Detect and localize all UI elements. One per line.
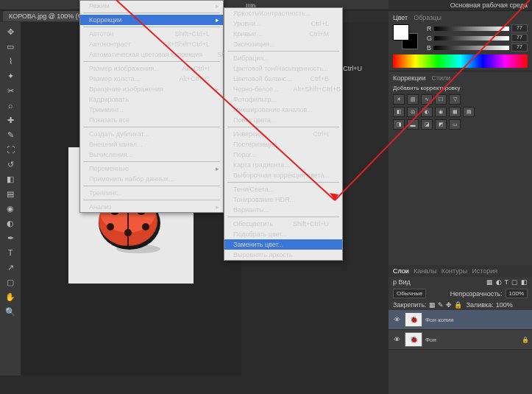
marquee-tool-icon[interactable]: ▭ (3, 40, 18, 53)
color-swatches[interactable] (393, 24, 422, 54)
menu-autocolor[interactable]: Автоматическая цветовая коррекцияShift+C… (80, 49, 223, 60)
layer-thumb[interactable]: 🐞 (405, 332, 422, 347)
blend-mode-select[interactable]: Обычные (393, 289, 426, 298)
layer-row[interactable]: 👁 🐞 Фон копия (389, 310, 532, 330)
zoom-tool-icon[interactable]: 🔍 (3, 305, 18, 318)
workspace-label[interactable]: Основная рабочая среда (389, 0, 532, 10)
visibility-icon[interactable]: 👁 (391, 334, 402, 345)
filter-smart-icon[interactable]: ◧ (521, 278, 528, 286)
adj-invert-icon[interactable]: ◨ (393, 119, 405, 130)
menu-posterize[interactable]: Постеризация... (224, 139, 342, 149)
menu-match-color[interactable]: Подобрать цвет... (224, 229, 342, 239)
adj-exposure-icon[interactable]: ☐ (435, 94, 447, 105)
spectrum-bar[interactable] (393, 54, 528, 68)
menu-brightness[interactable]: Яркость/Контрастность... (224, 8, 342, 18)
styles-tab[interactable]: Стили (431, 74, 450, 82)
lock-all-icon[interactable]: 🔒 (454, 301, 462, 309)
adj-balance-icon[interactable]: ⚖ (407, 107, 419, 117)
menu-exposure[interactable]: Экспозиция... (224, 39, 342, 49)
menu-bw[interactable]: Черно-белое...Alt+Shift+Ctrl+B (224, 84, 342, 94)
adj-selective-icon[interactable]: ◩ (435, 119, 447, 130)
menu-curves[interactable]: Кривые...Ctrl+M (224, 29, 342, 39)
menu-selective-color[interactable]: Выборочная коррекция цвета... (224, 170, 342, 180)
color-tab[interactable]: Цвет (393, 14, 408, 21)
menu-color-lookup[interactable]: Поиск цвета... (224, 115, 342, 125)
hand-tool-icon[interactable]: ✋ (3, 290, 18, 303)
pen-tool-icon[interactable]: ✒ (3, 231, 18, 245)
wand-tool-icon[interactable]: ✦ (3, 69, 18, 82)
menu-rotation[interactable]: Вращение изображения (80, 84, 223, 94)
menu-shadows-highlights[interactable]: Тени/Света... (224, 184, 342, 194)
swatches-tab[interactable]: Образцы (414, 14, 441, 21)
eraser-tool-icon[interactable]: ◧ (3, 172, 18, 186)
adj-brightness-icon[interactable]: ☀ (393, 94, 405, 105)
menu-variations[interactable]: Варианты... (224, 205, 342, 215)
menu-levels[interactable]: Уровни...Ctrl+L (224, 18, 342, 29)
filter-type-icon[interactable]: T (505, 278, 509, 286)
layers-tab[interactable]: Слои (393, 267, 409, 275)
adj-levels-icon[interactable]: ▥ (407, 94, 419, 105)
channels-tab[interactable]: Каналы (414, 267, 437, 275)
menu-analysis[interactable]: Анализ (80, 202, 223, 212)
menu-threshold[interactable]: Порог... (224, 149, 342, 160)
menu-vibrance[interactable]: Вибрация... (224, 53, 342, 63)
visibility-icon[interactable]: 👁 (391, 314, 402, 325)
menu-autocontrast[interactable]: АвтоконтрастAlt+Shift+Ctrl+L (80, 39, 223, 49)
gradient-tool-icon[interactable]: ▤ (3, 187, 18, 200)
g-slider[interactable] (434, 36, 509, 41)
menu-equalize[interactable]: Выровнять яркость (224, 250, 342, 260)
paths-tab[interactable]: Контуры (441, 267, 467, 275)
menu-invert[interactable]: ИнверсияCtrl+I (224, 129, 342, 139)
lock-paint-icon[interactable]: ✎ (438, 301, 444, 309)
menu-hdr-toning[interactable]: Тонирование HDR... (224, 194, 342, 205)
g-value[interactable]: 77 (511, 34, 528, 42)
adj-bw-icon[interactable]: ◐ (421, 107, 433, 117)
layer-thumb[interactable]: 🐞 (405, 312, 422, 327)
r-slider[interactable] (434, 27, 510, 31)
blur-tool-icon[interactable]: ◉ (3, 202, 18, 215)
move-tool-icon[interactable]: ✥ (3, 25, 18, 38)
heal-tool-icon[interactable]: ✚ (3, 113, 18, 127)
menu-hue-sat[interactable]: Цветовой тон/Насыщенность...Ctrl+U (224, 63, 342, 74)
filter-adj-icon[interactable]: ◐ (496, 278, 502, 286)
menu-gradient-map[interactable]: Карта градиента... (224, 160, 342, 170)
menu-color-balance[interactable]: Цветовой баланс...Ctrl+B (224, 74, 342, 84)
type-tool-icon[interactable]: T (3, 246, 18, 259)
adj-photo-icon[interactable]: ◉ (435, 107, 447, 117)
menu-canvas-size[interactable]: Размер холста...Alt+Ctrl+C (80, 74, 223, 84)
lasso-tool-icon[interactable]: ⌇ (3, 54, 18, 68)
b-value[interactable]: 77 (511, 43, 528, 52)
path-tool-icon[interactable]: ↗ (3, 261, 18, 274)
layer-row[interactable]: 👁 🐞 Фон 🔒 (389, 330, 532, 350)
adj-gradmap-icon[interactable]: ▭ (449, 119, 461, 130)
adj-curves-icon[interactable]: ∿ (421, 94, 433, 105)
menu-photofilter[interactable]: Фотофильтр... (224, 94, 342, 105)
menu-replace-color[interactable]: Заменить цвет... (224, 239, 342, 250)
menu-duplicate[interactable]: Создать дубликат... (80, 129, 223, 139)
menu-trim[interactable]: Тримминг... (80, 105, 223, 115)
brush-tool-icon[interactable]: ✎ (3, 128, 18, 141)
filter-pixel-icon[interactable]: ▦ (486, 278, 493, 286)
shape-tool-icon[interactable]: ▢ (3, 275, 18, 289)
fg-swatch[interactable] (393, 24, 409, 41)
adjustments-tab[interactable]: Коррекции (393, 74, 425, 82)
eyedropper-tool-icon[interactable]: ⌕ (3, 99, 18, 112)
menu-calculations[interactable]: Вычисления... (80, 149, 223, 160)
filter-shape-icon[interactable]: ▢ (511, 278, 518, 286)
history-brush-icon[interactable]: ↺ (3, 158, 18, 171)
adj-threshold-icon[interactable]: ◪ (421, 119, 433, 130)
menu-crop[interactable]: Кадрировать (80, 94, 223, 105)
adj-posterize-icon[interactable]: ▬ (407, 119, 419, 130)
menu-image-size[interactable]: Размер изображения...Alt+Ctrl+I (80, 63, 223, 74)
stamp-tool-icon[interactable]: ⛶ (3, 143, 18, 156)
adj-vibrance-icon[interactable]: ▽ (449, 94, 461, 105)
b-slider[interactable] (433, 46, 509, 50)
crop-tool-icon[interactable]: ✂ (3, 84, 18, 97)
lock-pos-icon[interactable]: ✥ (446, 301, 452, 309)
fill-value[interactable]: 100% (496, 301, 513, 309)
dodge-tool-icon[interactable]: ◐ (3, 217, 18, 230)
menu-autotone[interactable]: АвтотонShift+Ctrl+L (80, 29, 223, 39)
opacity-value[interactable]: 100% (506, 289, 528, 298)
menu-channel-mixer[interactable]: Микширование каналов... (224, 105, 342, 115)
menu-adjustments[interactable]: Коррекции (80, 15, 223, 25)
